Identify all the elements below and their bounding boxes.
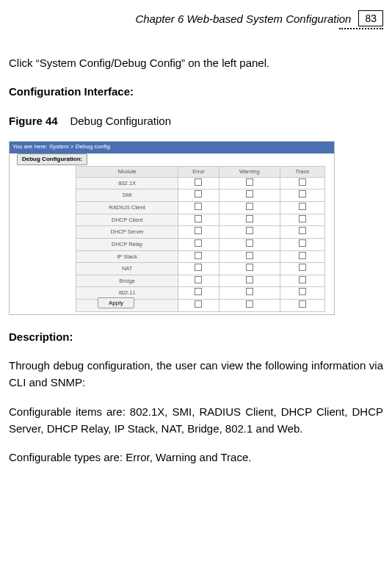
module-cell: DHCP Relay xyxy=(76,238,178,250)
description-p3: Configurable types are: Error, Warning a… xyxy=(9,449,383,466)
checkbox[interactable] xyxy=(246,190,253,198)
module-cell: IP Stack xyxy=(76,250,178,263)
checkbox-cell xyxy=(178,177,219,189)
apply-button[interactable]: Apply xyxy=(98,297,134,308)
checkbox[interactable] xyxy=(195,227,202,234)
module-cell: Bridge xyxy=(76,275,178,287)
checkbox-cell xyxy=(280,189,324,202)
table-row: DHCP Client xyxy=(76,214,325,226)
page-number: 83 xyxy=(358,10,383,26)
checkbox-cell xyxy=(178,250,219,263)
checkbox[interactable] xyxy=(299,264,306,271)
module-cell: 802.1X xyxy=(76,177,178,189)
table-row: DHCP Server xyxy=(76,226,325,239)
checkbox-cell xyxy=(219,177,280,189)
checkbox[interactable] xyxy=(299,239,306,247)
checkbox[interactable] xyxy=(299,288,306,295)
checkbox-cell xyxy=(219,214,280,226)
config-interface-heading: Configuration Interface: xyxy=(9,83,383,100)
table-row: DHCP Relay xyxy=(76,238,325,250)
page-header: Chapter 6 Web-based System Configuration… xyxy=(9,10,383,26)
checkbox[interactable] xyxy=(246,203,253,210)
chapter-title: Chapter 6 Web-based System Configuration xyxy=(135,12,351,25)
checkbox[interactable] xyxy=(195,203,202,210)
figure-label: Figure 44 xyxy=(9,115,58,127)
debug-config-screenshot: You are here: System > Debug config Debu… xyxy=(9,141,335,315)
checkbox-cell xyxy=(178,226,219,239)
checkbox[interactable] xyxy=(246,288,253,295)
checkbox[interactable] xyxy=(246,252,253,259)
checkbox[interactable] xyxy=(246,227,253,234)
module-cell: DHCP Server xyxy=(76,226,178,239)
table-row: Bridge xyxy=(76,275,325,287)
checkbox-cell xyxy=(280,214,324,226)
checkbox[interactable] xyxy=(299,227,306,234)
checkbox-cell xyxy=(280,287,324,300)
table-row: 802.1X xyxy=(76,177,325,189)
checkbox[interactable] xyxy=(195,215,202,223)
checkbox[interactable] xyxy=(246,264,253,271)
checkbox[interactable] xyxy=(246,300,253,308)
checkbox[interactable] xyxy=(246,178,253,186)
table-row: IP Stack xyxy=(76,250,325,263)
debug-table: Module Error Warning Trace 802.1XSMIRADI… xyxy=(76,166,325,312)
description-p2: Configurable items are: 802.1X, SMI, RAD… xyxy=(9,403,383,438)
checkbox-cell xyxy=(178,202,219,214)
checkbox[interactable] xyxy=(195,264,202,271)
checkbox-cell xyxy=(280,263,324,275)
col-warning: Warning xyxy=(219,166,280,177)
checkbox-cell xyxy=(178,263,219,275)
module-cell: NAT xyxy=(76,263,178,275)
checkbox-cell xyxy=(178,275,219,287)
checkbox-cell xyxy=(280,226,324,239)
checkbox-cell xyxy=(178,214,219,226)
col-error: Error xyxy=(178,166,219,177)
checkbox-cell xyxy=(178,189,219,202)
checkbox-cell xyxy=(219,226,280,239)
checkbox-cell xyxy=(280,250,324,263)
screenshot-titlebar: You are here: System > Debug config xyxy=(10,142,334,153)
checkbox-cell xyxy=(280,177,324,189)
checkbox-cell xyxy=(219,275,280,287)
checkbox[interactable] xyxy=(299,203,306,210)
checkbox-cell xyxy=(280,275,324,287)
intro-text: Click “System Config/Debug Config” on th… xyxy=(9,54,383,71)
checkbox-cell xyxy=(219,263,280,275)
header-rule xyxy=(339,28,383,29)
description-p1: Through debug configuration, the user ca… xyxy=(9,357,383,391)
checkbox-cell xyxy=(178,238,219,250)
checkbox[interactable] xyxy=(195,190,202,198)
checkbox[interactable] xyxy=(195,300,202,308)
module-cell: DHCP Client xyxy=(76,214,178,226)
checkbox-cell xyxy=(280,238,324,250)
description-heading: Description: xyxy=(9,328,383,345)
module-cell: SMI xyxy=(76,189,178,202)
checkbox[interactable] xyxy=(195,276,202,283)
col-trace: Trace xyxy=(280,166,324,177)
checkbox[interactable] xyxy=(299,300,306,308)
checkbox[interactable] xyxy=(195,178,202,186)
checkbox[interactable] xyxy=(299,252,306,259)
module-cell: RADIUS Client xyxy=(76,202,178,214)
checkbox-cell xyxy=(178,287,219,300)
checkbox-cell xyxy=(219,189,280,202)
checkbox-cell xyxy=(178,300,219,312)
checkbox-cell xyxy=(219,300,280,312)
checkbox-cell xyxy=(280,202,324,214)
checkbox[interactable] xyxy=(299,190,306,198)
checkbox[interactable] xyxy=(246,215,253,223)
checkbox[interactable] xyxy=(195,288,202,295)
table-row: NAT xyxy=(76,263,325,275)
checkbox[interactable] xyxy=(195,239,202,247)
checkbox-cell xyxy=(219,287,280,300)
checkbox[interactable] xyxy=(299,178,306,186)
checkbox[interactable] xyxy=(195,252,202,259)
figure-caption-line: Figure 44 Debug Configuration xyxy=(9,112,383,129)
checkbox-cell xyxy=(219,202,280,214)
checkbox[interactable] xyxy=(299,215,306,223)
checkbox[interactable] xyxy=(246,276,253,283)
checkbox[interactable] xyxy=(246,239,253,247)
checkbox[interactable] xyxy=(299,276,306,283)
screenshot-tab-label: Debug Configuration: xyxy=(17,153,87,165)
table-row: SMI xyxy=(76,189,325,202)
